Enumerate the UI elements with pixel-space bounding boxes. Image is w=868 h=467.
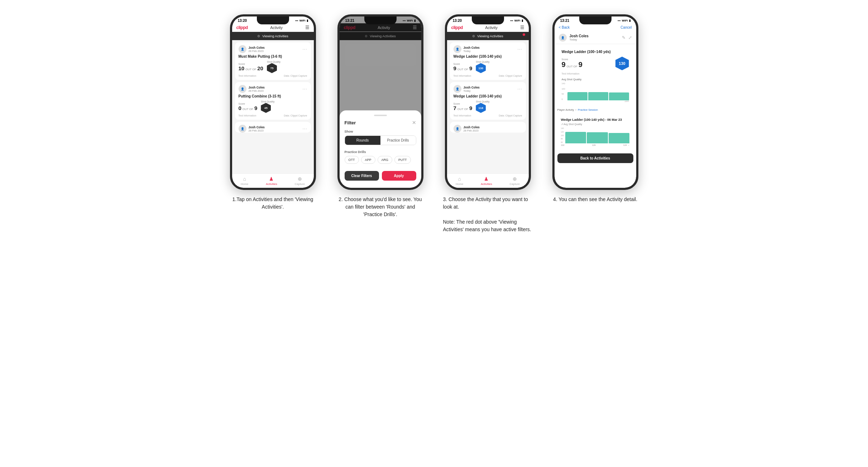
p3-data-source-2: Data: Clippd Capture xyxy=(499,114,522,117)
card-avatar-info-2: 👤 Josh Coles 28 Feb 2023 xyxy=(239,85,265,93)
detail-test-info: Test Information xyxy=(562,72,629,75)
filter-handle xyxy=(374,115,387,116)
back-to-activities-button[interactable]: Back to Activities xyxy=(557,153,633,163)
viewing-activities-bar-1[interactable]: ⚙ Viewing Activities xyxy=(232,32,314,40)
battery-icon: ▮ xyxy=(307,19,308,22)
p3-sq-label-2: Shot Quality xyxy=(476,100,489,103)
phone-1: 13:20 ▪▪▪ WiFi ▮ clippd Activity ☰ ⚙ V xyxy=(230,14,316,190)
p3-card-footer-1: Test Information Data: Clippd Capture xyxy=(454,75,522,77)
shot-quality-hex-1: 75 xyxy=(267,63,277,73)
phone-2: 13:21 ▪▪▪ WiFi ▮ clippd Activity ☰ ⚙ V xyxy=(337,14,423,190)
detail-user-row: 👤 Josh Coles Today ✎ ⤢ xyxy=(555,32,636,44)
cancel-link[interactable]: Cancel xyxy=(620,25,632,29)
bottom-nav-3: ⌂ Home ♟ Activities ⊕ Capture xyxy=(447,173,529,188)
user-date-3: 28 Feb 2023 xyxy=(249,129,265,132)
filter-title: Filter xyxy=(345,120,356,125)
p3-card-2[interactable]: 👤 Josh Coles Today ··· Wedge Ladder (100… xyxy=(450,82,526,120)
user-name-2: Josh Coles xyxy=(249,86,265,89)
battery-icon-3: ▮ xyxy=(522,19,523,22)
phone-notch-3 xyxy=(472,16,504,24)
back-link[interactable]: < Back xyxy=(559,25,570,29)
detail-date: Today xyxy=(570,38,589,41)
tag-ott[interactable]: OTT xyxy=(345,156,359,164)
p3-card-dots-1[interactable]: ··· xyxy=(517,47,522,52)
clear-filters-button[interactable]: Clear Filters xyxy=(345,171,379,181)
nav-capture-3[interactable]: ⊕ Capture xyxy=(510,176,520,186)
filter-overlay: Filter ✕ Show Rounds Practice Drills Pra… xyxy=(340,16,421,188)
test-info-1: Test Information xyxy=(239,75,256,77)
show-label: Show xyxy=(345,130,416,133)
avatar-3: 👤 xyxy=(239,125,246,133)
p3-title-1: Wedge Ladder (100-140 yds) xyxy=(454,54,522,58)
p3-avatar-info-3: 👤 Josh Coles 28 Feb 2023 xyxy=(454,125,480,133)
p3-score-label-2: Score xyxy=(454,103,473,105)
rounds-btn[interactable]: Rounds xyxy=(345,136,380,145)
menu-icon-3[interactable]: ☰ xyxy=(520,25,524,30)
nav-home-3[interactable]: ⌂ Home xyxy=(456,176,463,186)
tag-putt[interactable]: PUTT xyxy=(394,156,411,164)
card-footer-2: Test Information Data: Clippd Capture xyxy=(239,114,307,117)
p3-user-info-3: Josh Coles 28 Feb 2023 xyxy=(464,125,480,132)
caption-4: 4. You can then see the Activity detail. xyxy=(553,196,637,203)
close-icon-filter[interactable]: ✕ xyxy=(412,120,416,125)
battery-icon-4: ▮ xyxy=(629,19,630,22)
card-header-2: 👤 Josh Coles 28 Feb 2023 ··· xyxy=(239,85,307,93)
tag-arg[interactable]: ARG xyxy=(378,156,393,164)
practice-session-tag: Player Activity › Practice Session xyxy=(555,108,636,111)
detail-action-icons: ✎ ⤢ xyxy=(622,35,632,40)
nav-capture-label-1: Capture xyxy=(295,182,305,186)
scroll-content-3: 👤 Josh Coles Today ··· Wedge Ladder (100… xyxy=(447,40,529,173)
drill-history-card: Wedge Ladder (100-140 yds) - 06 Mar 23 ↗… xyxy=(557,115,633,149)
practice-drills-btn[interactable]: Practice Drills xyxy=(380,136,416,145)
user-name-3: Josh Coles xyxy=(249,125,265,129)
stat-sq-2: Shot Quality 45 xyxy=(261,100,274,113)
p3-user-info-1: Josh Coles Today xyxy=(464,46,480,53)
user-info-3: Josh Coles 28 Feb 2023 xyxy=(249,125,265,132)
red-dot-3 xyxy=(523,33,525,36)
card-footer-1: Test Information Data: Clippd Capture xyxy=(239,75,307,77)
card-dots-2[interactable]: ··· xyxy=(302,86,307,91)
p3-avatar-3: 👤 xyxy=(454,125,461,133)
card-dots-1[interactable]: ··· xyxy=(302,47,307,52)
status-icons-3: ▪▪▪ WiFi ▮ xyxy=(510,19,523,22)
bar-3 xyxy=(609,92,629,100)
p3-card-dots-2[interactable]: ··· xyxy=(517,86,522,91)
status-icons-4: ▪▪▪ WiFi ▮ xyxy=(618,19,630,22)
chart-x-label: APP xyxy=(562,100,629,103)
signal-icon-4: ▪▪▪ xyxy=(618,19,621,22)
p3-score-label-1: Score xyxy=(454,63,473,65)
p3-avatar-info-2: 👤 Josh Coles Today xyxy=(454,85,480,93)
nav-activities-3[interactable]: ♟ Activities xyxy=(481,176,492,186)
phone-screen-2: 13:21 ▪▪▪ WiFi ▮ clippd Activity ☰ ⚙ V xyxy=(340,16,421,188)
avatar-1: 👤 xyxy=(239,45,246,53)
signal-icon: ▪▪▪ xyxy=(295,19,298,22)
menu-icon-1[interactable]: ☰ xyxy=(305,25,310,30)
card-dots-3[interactable]: ··· xyxy=(302,126,307,131)
time-3: 13:20 xyxy=(453,19,462,23)
expand-icon[interactable]: ⤢ xyxy=(628,35,632,40)
activity-card-1[interactable]: 👤 Josh Coles 28 Feb 2023 ··· Must Make P… xyxy=(235,42,311,80)
wifi-icon-4: WiFi xyxy=(622,19,628,22)
p3-stat-score-1: Score 9 OUT OF 9 xyxy=(454,63,473,71)
viewing-activities-bar-3[interactable]: ⚙ Viewing Activities xyxy=(447,32,529,40)
phone-section-2: 13:21 ▪▪▪ WiFi ▮ clippd Activity ☰ ⚙ V xyxy=(332,14,429,218)
p3-user-info-2: Josh Coles Today xyxy=(464,86,480,92)
edit-icon[interactable]: ✎ xyxy=(622,35,625,40)
nav-capture-1[interactable]: ⊕ Capture xyxy=(295,176,305,186)
nav-activities-1[interactable]: ♟ Activities xyxy=(266,176,277,186)
detail-score-label: Score xyxy=(562,58,582,61)
p3-sq-label-1: Shot Quality xyxy=(476,61,489,63)
nav-home-1[interactable]: ⌂ Home xyxy=(241,176,248,186)
outof-val-2: 9 xyxy=(254,105,257,111)
filter-actions: Clear Filters Apply xyxy=(345,171,416,181)
wifi-icon: WiFi xyxy=(299,19,306,22)
detail-score-block: Score 9 OUT OF 9 xyxy=(562,58,582,69)
tag-app[interactable]: APP xyxy=(361,156,375,164)
user-info-1: Josh Coles 28 Feb 2023 xyxy=(249,46,265,53)
phone-4: 13:21 ▪▪▪ WiFi ▮ < Back Cancel 👤 xyxy=(552,14,638,190)
apply-button[interactable]: Apply xyxy=(382,171,416,181)
p3-card-1[interactable]: 👤 Josh Coles Today ··· Wedge Ladder (100… xyxy=(450,42,526,80)
p3-user-name-2: Josh Coles xyxy=(464,86,480,89)
activity-card-2[interactable]: 👤 Josh Coles 28 Feb 2023 ··· Putting Com… xyxy=(235,82,311,120)
p3-avatar-info-1: 👤 Josh Coles Today xyxy=(454,45,480,53)
